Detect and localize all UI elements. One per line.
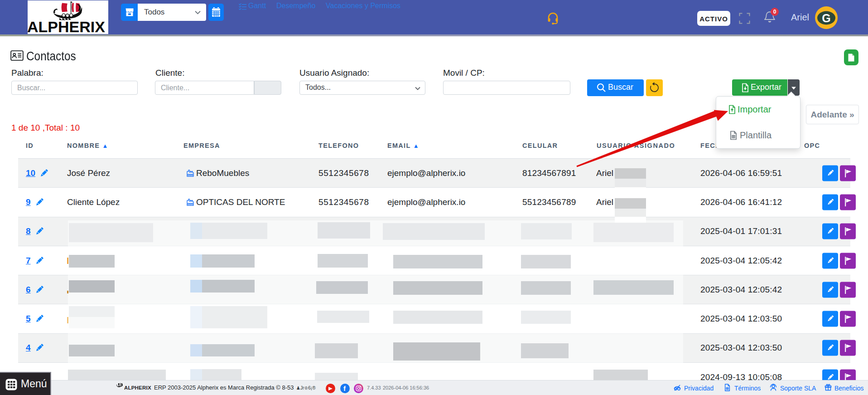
svg-text:G: G (822, 12, 830, 24)
